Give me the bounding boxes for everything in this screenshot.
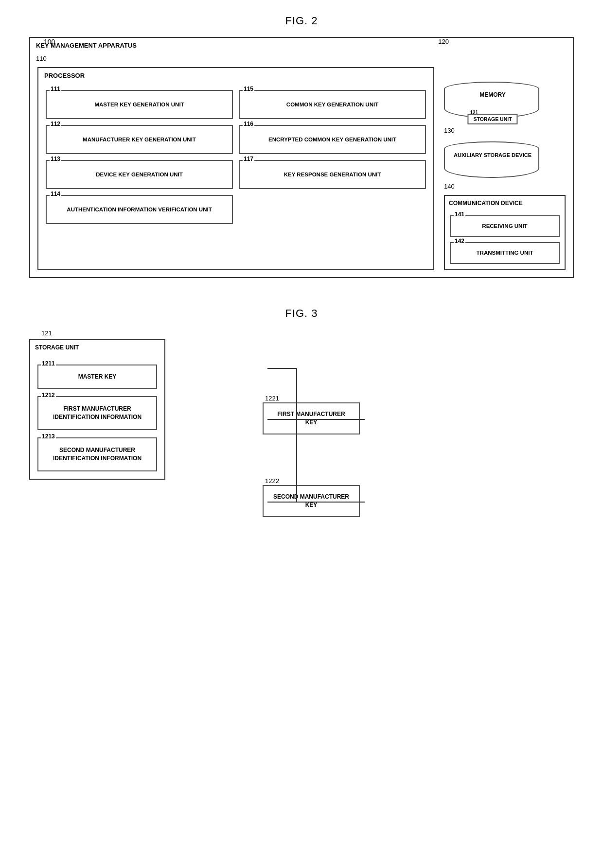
right-side: 120 MEMORY 121 STORAGE UNIT	[444, 67, 566, 270]
fig3-ref-121: 121	[41, 330, 52, 337]
unit-117: 117 KEY RESPONSE GENERATION UNIT	[239, 160, 426, 189]
transmitting-unit: 142 TRANSMITTING UNIT	[450, 242, 560, 264]
ref-142: 142	[454, 237, 465, 245]
key-1222-label: SECOND MANUFACTURER KEY	[273, 493, 349, 508]
comm-device-box: COMMUNICATION DEVICE 141 RECEIVING UNIT …	[444, 195, 566, 270]
ref-120: 120	[438, 38, 449, 45]
fig2-title: FIG. 2	[29, 15, 574, 27]
key-box-1222: 1222 SECOND MANUFACTURER KEY	[263, 485, 360, 517]
transmitting-label: TRANSMITTING UNIT	[477, 249, 533, 257]
ref-121-label: 121	[470, 110, 478, 115]
ref-1221: 1221	[265, 395, 279, 402]
ref-140: 140	[444, 183, 455, 190]
ref-116: 116	[243, 120, 254, 128]
first-manufacturer-key-box: FIRST MANUFACTURER KEY	[263, 402, 360, 434]
key-management-label: KEY MANAGEMENT APPARATUS	[36, 42, 137, 49]
item-1212-label: FIRST MANUFACTURER IDENTIFICATION INFORM…	[44, 405, 150, 421]
ref-115: 115	[243, 85, 254, 93]
fig3-storage-label: STORAGE UNIT	[35, 344, 79, 351]
unit-116-label: ENCRYPTED COMMON KEY GENERATION UNIT	[268, 136, 396, 143]
processor-grid: 111 MASTER KEY GENERATION UNIT 115 COMMO…	[46, 90, 426, 224]
fig3-title: FIG. 3	[29, 307, 574, 320]
second-manufacturer-key-box: SECOND MANUFACTURER KEY	[263, 485, 360, 517]
comm-section: 140 COMMUNICATION DEVICE 141 RECEIVING U…	[444, 190, 566, 270]
ref-111: 111	[50, 85, 61, 93]
processor-label: PROCESSOR	[44, 72, 85, 79]
unit-114: 114 AUTHENTICATION INFORMATION VERIFICAT…	[46, 195, 233, 224]
key-management-apparatus-box: KEY MANAGEMENT APPARATUS 110 PROCESSOR 1…	[29, 37, 574, 278]
memory-label: MEMORY	[444, 91, 541, 98]
storage-item-1211: 1211 MASTER KEY	[37, 365, 157, 389]
unit-111: 111 MASTER KEY GENERATION UNIT	[46, 90, 233, 119]
ref-1213: 1213	[41, 433, 56, 441]
key-box-1221: 1221 FIRST MANUFACTURER KEY	[263, 402, 360, 434]
fig2-container: 100 KEY MANAGEMENT APPARATUS 110 PROCESS…	[29, 37, 574, 278]
ref-1212: 1212	[41, 391, 56, 399]
receiving-unit: 141 RECEIVING UNIT	[450, 215, 560, 237]
ref-1211: 1211	[41, 360, 56, 368]
auxiliary-drum: AUXILIARY STORAGE DEVICE	[444, 141, 541, 185]
unit-112: 112 MANUFACTURER KEY GENERATION UNIT	[46, 125, 233, 154]
unit-116: 116 ENCRYPTED COMMON KEY GENERATION UNIT	[239, 125, 426, 154]
key-1221-label: FIRST MANUFACTURER KEY	[277, 411, 345, 426]
unit-115: 115 COMMON KEY GENERATION UNIT	[239, 90, 426, 119]
auxiliary-label: AUXILIARY STORAGE DEVICE	[444, 152, 541, 158]
ref-113: 113	[50, 155, 61, 163]
unit-114-label: AUTHENTICATION INFORMATION VERIFICATION …	[67, 206, 212, 213]
ref-112: 112	[50, 120, 61, 128]
ref-141: 141	[454, 210, 465, 219]
unit-117-label: KEY RESPONSE GENERATION UNIT	[284, 171, 381, 178]
receiving-label: RECEIVING UNIT	[482, 222, 527, 230]
item-1211-label: MASTER KEY	[78, 373, 117, 381]
storage-items-list: 1211 MASTER KEY 1212 FIRST MANUFACTURER …	[37, 365, 157, 471]
unit-113: 113 DEVICE KEY GENERATION UNIT	[46, 160, 233, 189]
processor-box: PROCESSOR 111 MASTER KEY GENERATION UNIT…	[37, 67, 434, 270]
storage-item-1213: 1213 SECOND MANUFACTURER IDENTIFICATION …	[37, 437, 157, 471]
ref-117: 117	[243, 155, 254, 163]
storage-unit-box: STORAGE UNIT 1211 MASTER KEY 1212 FIRST …	[29, 339, 165, 480]
ref-110: 110	[36, 55, 47, 62]
item-1213-label: SECOND MANUFACTURER IDENTIFICATION INFOR…	[44, 446, 150, 463]
fig2-inner: PROCESSOR 111 MASTER KEY GENERATION UNIT…	[37, 67, 566, 270]
unit-112-label: MANUFACTURER KEY GENERATION UNIT	[83, 136, 196, 143]
ref-114: 114	[50, 190, 61, 198]
page: FIG. 2 100 KEY MANAGEMENT APPARATUS 110 …	[0, 0, 603, 868]
unit-115-label: COMMON KEY GENERATION UNIT	[286, 101, 378, 108]
ref-130: 130	[444, 127, 455, 134]
unit-111-label: MASTER KEY GENERATION UNIT	[94, 101, 184, 108]
comm-device-label: COMMUNICATION DEVICE	[449, 200, 523, 207]
storage-unit-label: 121 STORAGE UNIT	[467, 114, 517, 124]
memory-drum: MEMORY 121 STORAGE UNIT	[444, 82, 541, 125]
unit-113-label: DEVICE KEY GENERATION UNIT	[96, 171, 183, 178]
comm-units: 141 RECEIVING UNIT 142 TRANSMITTING UNIT	[450, 215, 560, 264]
auxiliary-section: 130 AUXILIARY STORAGE DEVICE	[444, 134, 566, 185]
storage-item-1212: 1212 FIRST MANUFACTURER IDENTIFICATION I…	[37, 396, 157, 430]
ref-1222: 1222	[265, 477, 279, 485]
fig3-container: 121 STORAGE UNIT 1211 MASTER KEY 1212 FI…	[29, 330, 574, 573]
memory-section: MEMORY 121 STORAGE UNIT	[444, 74, 566, 125]
